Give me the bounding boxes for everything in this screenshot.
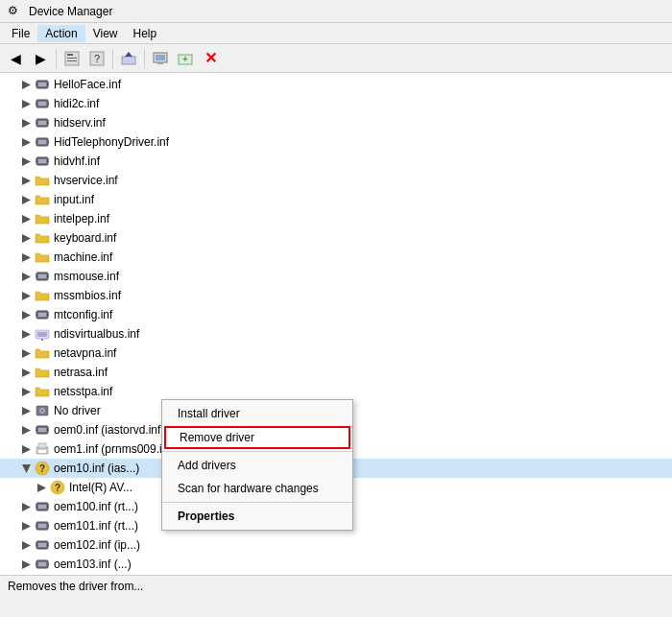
expand-icon <box>19 193 33 206</box>
svg-rect-2 <box>67 58 77 59</box>
item-icon <box>35 365 50 380</box>
tree-item[interactable]: hidi2c.inf <box>0 94 672 113</box>
item-icon: ? <box>35 461 50 476</box>
svg-rect-19 <box>48 84 49 85</box>
item-label: No driver <box>54 404 101 417</box>
svg-rect-29 <box>38 121 46 125</box>
remove-button[interactable]: ✕ <box>199 47 222 70</box>
expand-icon <box>19 346 33 360</box>
properties-button[interactable] <box>60 47 84 70</box>
monitor-button[interactable] <box>149 47 172 70</box>
tree-item[interactable]: oem103.inf (...) <box>0 555 672 574</box>
tree-item[interactable]: hidvhf.inf <box>0 152 672 171</box>
help-button[interactable]: ? <box>85 47 108 70</box>
item-label: hidserv.inf <box>54 116 106 130</box>
svg-rect-10 <box>157 63 163 64</box>
item-icon <box>35 230 50 246</box>
svg-rect-109 <box>48 526 49 527</box>
item-label: HelloFace.inf <box>54 78 121 91</box>
svg-rect-56 <box>36 274 36 275</box>
expand-icon <box>19 462 33 475</box>
tree-item[interactable]: intelpep.inf <box>0 209 672 228</box>
tree-item[interactable]: ndisvirtualbus.inf <box>0 324 672 344</box>
tree-item[interactable]: oem102.inf (ip...) <box>0 535 672 555</box>
svg-rect-24 <box>36 104 36 105</box>
context-menu-item[interactable]: Properties <box>162 505 352 528</box>
svg-rect-116 <box>48 545 49 546</box>
item-icon <box>35 249 50 265</box>
item-icon <box>35 115 50 131</box>
expand-icon <box>19 366 33 379</box>
svg-marker-73 <box>22 368 31 377</box>
svg-marker-41 <box>22 157 31 166</box>
svg-marker-13 <box>22 81 31 89</box>
svg-rect-40 <box>48 142 49 143</box>
svg-rect-30 <box>36 121 36 122</box>
svg-rect-123 <box>48 564 49 565</box>
tree-item[interactable]: HelloFace.inf <box>0 75 672 94</box>
context-menu-item[interactable]: Scan for hardware changes <box>162 477 352 500</box>
item-icon <box>35 96 50 111</box>
forward-button[interactable]: ▶ <box>29 47 52 70</box>
item-label: ndisvirtualbus.inf <box>54 327 139 341</box>
svg-rect-18 <box>48 83 49 83</box>
context-menu-item[interactable]: Remove driver <box>164 426 350 449</box>
svg-marker-48 <box>22 177 31 185</box>
update-driver-button[interactable] <box>117 47 140 70</box>
svg-rect-16 <box>36 83 36 83</box>
menu-action[interactable]: Action <box>37 25 84 42</box>
expand-icon <box>19 250 33 264</box>
add-driver-button[interactable]: + <box>174 47 197 70</box>
tree-item[interactable]: hvservice.inf <box>0 171 672 190</box>
tree-item[interactable]: keyboard.inf <box>0 228 672 248</box>
tree-item[interactable]: machine.inf <box>0 248 672 267</box>
expand-icon <box>19 289 33 302</box>
svg-marker-90 <box>22 464 31 473</box>
tree-item[interactable]: netrasa.inf <box>0 363 672 382</box>
item-icon <box>35 384 50 399</box>
tree-item[interactable]: mtconfig.inf <box>0 305 672 324</box>
tree-item[interactable]: input.inf <box>0 190 672 209</box>
tree-item[interactable]: mssmbios.inf <box>0 286 672 305</box>
back-button[interactable]: ◀ <box>4 47 27 70</box>
expand-icon <box>19 423 33 437</box>
svg-marker-110 <box>22 541 31 550</box>
menu-file[interactable]: File <box>4 25 37 42</box>
item-icon <box>35 77 50 92</box>
title-bar: ⚙ Device Manager <box>0 0 672 23</box>
tree-item[interactable]: HidTelephonyDriver.inf <box>0 132 672 152</box>
context-menu-item[interactable]: Install driver <box>162 402 352 425</box>
svg-rect-32 <box>48 121 49 122</box>
tree-item[interactable]: msmouse.inf <box>0 267 672 286</box>
title-bar-text: Device Manager <box>29 5 112 18</box>
svg-rect-115 <box>48 543 49 544</box>
item-label: mssmbios.inf <box>54 289 121 302</box>
item-label: oem103.inf (...) <box>54 558 132 571</box>
tree-item[interactable]: hidserv.inf <box>0 113 672 132</box>
menu-help[interactable]: Help <box>126 25 165 42</box>
svg-marker-60 <box>22 292 31 300</box>
svg-rect-66 <box>48 313 49 314</box>
svg-rect-88 <box>38 443 46 448</box>
svg-marker-61 <box>22 311 31 320</box>
svg-rect-63 <box>38 313 46 317</box>
item-label: netsstpa.inf <box>54 385 112 398</box>
svg-rect-6 <box>122 57 135 64</box>
svg-marker-72 <box>22 349 31 358</box>
context-menu-item[interactable]: Add drivers <box>162 454 352 477</box>
svg-rect-22 <box>38 102 46 106</box>
tree-item[interactable]: netavpna.inf <box>0 344 672 363</box>
item-label: oem0.inf (iastorvd.inf) <box>54 423 164 437</box>
svg-rect-107 <box>36 526 36 527</box>
context-menu-separator <box>162 502 352 503</box>
svg-rect-84 <box>48 428 49 429</box>
context-menu-separator <box>162 451 352 452</box>
item-icon <box>35 326 50 342</box>
toolbar-separator-3 <box>144 49 145 68</box>
expand-icon <box>19 174 33 187</box>
menu-view[interactable]: View <box>85 25 126 42</box>
tree-item[interactable]: netsstpa.inf <box>0 382 672 401</box>
svg-rect-31 <box>36 123 36 124</box>
svg-rect-36 <box>38 140 46 144</box>
svg-text:?: ? <box>55 483 60 493</box>
